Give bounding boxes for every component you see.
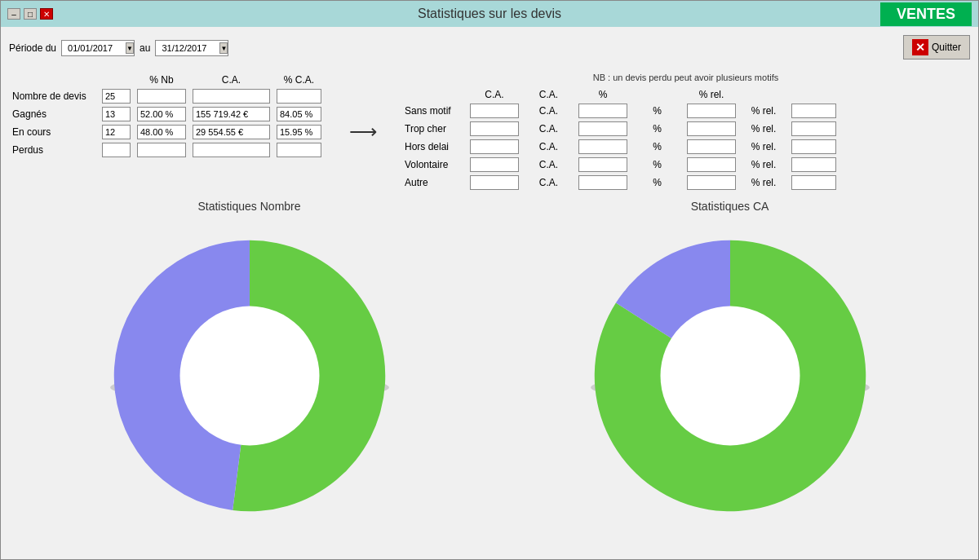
lost-ca-input[interactable] bbox=[470, 175, 519, 190]
perdus-ca[interactable] bbox=[193, 143, 270, 157]
lost-pct-input[interactable] bbox=[687, 157, 736, 172]
lost-reason-row: Autre C.A. % % rel. bbox=[401, 174, 970, 192]
lost-ca-input[interactable] bbox=[470, 157, 519, 172]
lost-ca2-input[interactable] bbox=[578, 139, 627, 154]
nombre-devis-val[interactable] bbox=[102, 89, 131, 104]
en-cours-label: En cours bbox=[9, 123, 99, 141]
date-to-field[interactable] bbox=[159, 42, 218, 54]
lost-pct-col: % bbox=[631, 120, 684, 138]
en-cours-row: En cours bbox=[9, 123, 325, 141]
date-from-field[interactable] bbox=[65, 42, 124, 54]
main-window: – □ ✕ Statistiques sur les devis VENTES … bbox=[0, 0, 979, 560]
lost-pct-rel-col: % rel. bbox=[739, 156, 788, 174]
lost-pct-rel-input[interactable] bbox=[791, 121, 836, 136]
gagnes-val[interactable] bbox=[102, 107, 131, 121]
lost-pct-input[interactable] bbox=[687, 175, 736, 190]
window-title: Statistiques sur les devis bbox=[418, 7, 561, 21]
main-content: Période du ▼ au ▼ ✕ Quitter bbox=[1, 27, 978, 559]
lost-ca-input[interactable] bbox=[470, 104, 519, 118]
chart-ca-title: Statistiques CA bbox=[691, 200, 769, 213]
stats-table: % Nb C.A. % C.A. Nombre de devi bbox=[9, 73, 325, 159]
chart-nombre-container: Statistiques Nombre bbox=[62, 200, 437, 531]
maximize-button[interactable]: □ bbox=[24, 8, 37, 20]
gagnes-ca[interactable] bbox=[193, 107, 270, 121]
en-cours-ca[interactable] bbox=[193, 125, 270, 139]
arrow-icon: ⟶ bbox=[349, 121, 377, 143]
close-button[interactable]: ✕ bbox=[40, 8, 53, 20]
lost-ca-header: C.A. bbox=[467, 87, 522, 102]
nombre-devis-label: Nombre de devis bbox=[9, 87, 99, 105]
quitter-label: Quitter bbox=[932, 42, 961, 53]
pct-nb-header: % Nb bbox=[134, 73, 189, 87]
lost-ca-col-label: C.A. bbox=[522, 138, 575, 156]
quitter-button[interactable]: ✕ Quitter bbox=[903, 35, 970, 60]
lost-ca2-input[interactable] bbox=[578, 121, 627, 136]
en-cours-pct-ca[interactable] bbox=[277, 125, 321, 139]
lost-pct-rel-input[interactable] bbox=[791, 175, 836, 190]
note-text: NB : un devis perdu peut avoir plusieurs… bbox=[401, 73, 970, 82]
lost-pct-input[interactable] bbox=[687, 104, 736, 118]
info-section: % Nb C.A. % C.A. Nombre de devi bbox=[9, 73, 970, 192]
lost-ca-input[interactable] bbox=[470, 121, 519, 136]
arrow-section: ⟶ bbox=[333, 73, 393, 192]
lost-pct-rel-col: % rel. bbox=[739, 120, 788, 138]
perdus-row: Perdus bbox=[9, 141, 325, 159]
lost-ca2-input[interactable] bbox=[578, 175, 627, 190]
minimize-button[interactable]: – bbox=[7, 8, 20, 20]
lost-reason-row: Sans motif C.A. % % rel. bbox=[401, 102, 970, 120]
lost-pct-input[interactable] bbox=[687, 139, 736, 154]
perdus-label: Perdus bbox=[9, 141, 99, 159]
lost-reason-label: Volontaire bbox=[401, 156, 467, 174]
lost-pct-input[interactable] bbox=[687, 121, 736, 136]
nombre-devis-pct-nb[interactable] bbox=[137, 89, 186, 104]
lost-pct-rel-col: % rel. bbox=[739, 174, 788, 192]
date-from-btn[interactable]: ▼ bbox=[126, 42, 134, 54]
chart-ca: Gagnés 84.05% En cours 15.95% bbox=[575, 221, 885, 531]
lost-pct-col: % bbox=[631, 102, 684, 120]
date-from-input[interactable]: ▼ bbox=[61, 40, 135, 56]
lost-pct-rel-header: % rel. bbox=[684, 87, 739, 102]
lost-ca2-input[interactable] bbox=[578, 157, 627, 172]
pct-ca-header: % C.A. bbox=[273, 73, 325, 87]
nombre-devis-ca[interactable] bbox=[193, 89, 270, 104]
gagnes-pct-ca[interactable] bbox=[277, 107, 321, 121]
lost-ca-col-label: C.A. bbox=[522, 156, 575, 174]
perdus-pct-nb[interactable] bbox=[137, 143, 186, 157]
en-cours-pct-nb[interactable] bbox=[137, 125, 186, 139]
right-panel: NB : un devis perdu peut avoir plusieurs… bbox=[401, 73, 970, 192]
date-to-input[interactable]: ▼ bbox=[155, 40, 228, 56]
perdus-pct-ca[interactable] bbox=[277, 143, 321, 157]
gagnes-pct-nb[interactable] bbox=[137, 107, 186, 121]
lost-pct-col: % bbox=[631, 156, 684, 174]
lost-reason-row: Hors delai C.A. % % rel. bbox=[401, 138, 970, 156]
lost-pct-col: % bbox=[631, 174, 684, 192]
quitter-x-icon: ✕ bbox=[912, 39, 928, 55]
lost-reason-row: Volontaire C.A. % % rel. bbox=[401, 156, 970, 174]
lost-pct-rel-col: % rel. bbox=[739, 102, 788, 120]
date-to-btn[interactable]: ▼ bbox=[219, 42, 228, 54]
nombre-devis-pct-ca[interactable] bbox=[277, 89, 321, 104]
au-label: au bbox=[140, 42, 150, 54]
lost-reason-row: Trop cher C.A. % % rel. bbox=[401, 120, 970, 138]
lost-pct-rel-input[interactable] bbox=[791, 139, 836, 154]
lost-ca-col-label: C.A. bbox=[522, 174, 575, 192]
lost-reasons-table: C.A. C.A. % % rel. Sans motif C.A. % % r… bbox=[401, 87, 970, 192]
lost-reason-label: Sans motif bbox=[401, 102, 467, 120]
lost-pct-rel-input[interactable] bbox=[791, 157, 836, 172]
charts-section: Statistiques Nombre bbox=[9, 200, 970, 531]
chart1-hole bbox=[179, 306, 319, 446]
gagnes-row: Gagnés bbox=[9, 105, 325, 123]
lost-ca-col-label: C.A. bbox=[522, 102, 575, 120]
lost-ca-input[interactable] bbox=[470, 139, 519, 154]
ventes-badge: VENTES bbox=[880, 2, 972, 26]
perdus-val[interactable] bbox=[102, 143, 131, 157]
chart2-hole bbox=[660, 306, 800, 446]
ca-header: C.A. bbox=[189, 73, 273, 87]
lost-reason-label: Trop cher bbox=[401, 120, 467, 138]
lost-pct-rel-col: % rel. bbox=[739, 138, 788, 156]
lost-ca2-input[interactable] bbox=[578, 104, 627, 118]
chart-ca-svg: Gagnés 84.05% En cours 15.95% bbox=[575, 221, 885, 531]
en-cours-val[interactable] bbox=[102, 125, 131, 139]
chart-ca-container: Statistiques CA Gagnés 84.05% En cours 1… bbox=[543, 200, 918, 531]
lost-pct-rel-input[interactable] bbox=[791, 104, 836, 118]
